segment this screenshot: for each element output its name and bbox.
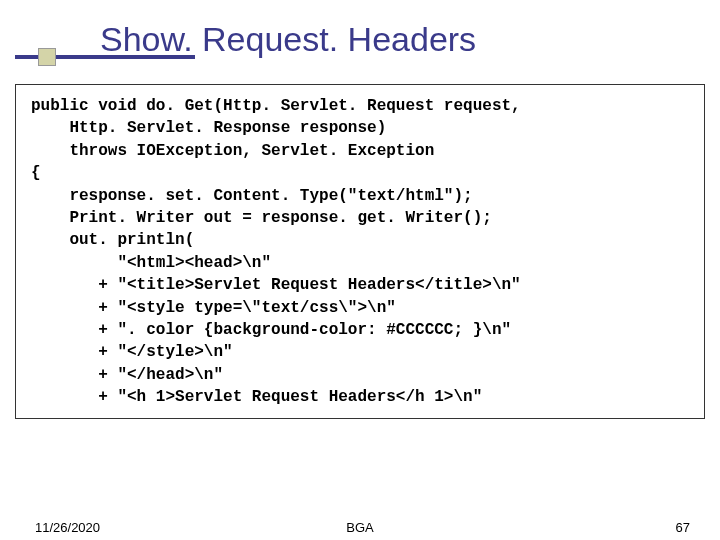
code-content: public void do. Get(Http. Servlet. Reque… [31, 95, 689, 408]
slide-title: Show. Request. Headers [0, 20, 720, 59]
title-bullet-box [38, 48, 56, 66]
footer-center: BGA [346, 520, 373, 535]
slide-title-area: Show. Request. Headers [0, 0, 720, 74]
code-container: public void do. Get(Http. Servlet. Reque… [15, 84, 705, 419]
footer-page: 67 [676, 520, 690, 535]
footer-date: 11/26/2020 [35, 520, 100, 535]
